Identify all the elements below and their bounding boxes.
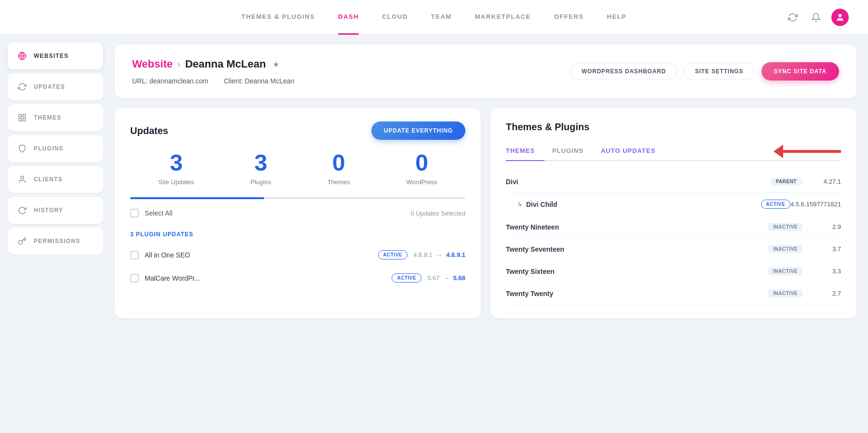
client-meta: Client: Deanna McLean: [224, 77, 294, 85]
svg-point-7: [21, 176, 24, 179]
notification-icon[interactable]: [808, 10, 824, 25]
theme-badge-twenty-nineteen: INACTIVE: [768, 223, 802, 231]
nav-right: [785, 9, 849, 26]
globe-icon: [17, 51, 27, 61]
theme-row-twenty-seventeen: Twenty Seventeen INACTIVE 3.7: [506, 238, 841, 260]
nav-offers[interactable]: OFFERS: [554, 0, 584, 34]
themes-plugins-tabs: THEMES PLUGINS AUTO UPDATES: [506, 142, 841, 161]
theme-version-twenty-sixteen: 3.3: [802, 268, 841, 275]
sidebar-item-clients[interactable]: CLIENTS: [8, 166, 103, 193]
nav-team[interactable]: TEAM: [431, 0, 452, 34]
sidebar-item-plugins[interactable]: PLUGINS: [8, 135, 103, 162]
progress-fill: [130, 197, 264, 199]
version-arrow-0: →: [436, 251, 445, 258]
theme-version-twenty-seventeen: 3.7: [802, 245, 841, 253]
stat-site-updates: 3 Site Updates: [158, 151, 194, 186]
svg-rect-3: [19, 114, 21, 117]
tab-auto-updates[interactable]: AUTO UPDATES: [601, 142, 665, 160]
arrow-head: [773, 145, 783, 158]
red-arrow-indicator: [774, 145, 841, 158]
theme-badge-twenty-sixteen: INACTIVE: [768, 267, 802, 275]
tab-themes[interactable]: THEMES: [506, 142, 544, 160]
updates-panel-header: Updates UPDATE EVERYTHING: [130, 122, 465, 140]
nav-marketplace[interactable]: MARKETPLACE: [475, 0, 531, 34]
sidebar-label-permissions: PERMISSIONS: [34, 238, 81, 244]
themes-plugins-title: Themes & Plugins: [506, 122, 841, 133]
theme-name-twenty-nineteen: Twenty Nineteen: [506, 223, 768, 231]
wordpress-dashboard-button[interactable]: WORDPRESS DASHBOARD: [570, 63, 677, 80]
user-avatar[interactable]: [831, 9, 849, 26]
sync-site-data-button[interactable]: SYNC SITE DATA: [761, 62, 839, 81]
refresh-icon[interactable]: [785, 10, 800, 25]
updates-title: Updates: [130, 125, 168, 136]
sidebar-item-themes[interactable]: THEMES: [8, 104, 103, 131]
stat-label-plugins: Plugins: [251, 178, 271, 186]
svg-point-0: [839, 14, 841, 17]
plugin-badge-0: ACTIVE: [378, 250, 408, 259]
version-arrow-1: →: [443, 274, 451, 282]
progress-bar: [130, 197, 465, 199]
svg-rect-5: [23, 119, 26, 121]
select-all-checkbox[interactable]: [130, 209, 139, 217]
select-all-label[interactable]: Select All: [145, 209, 173, 217]
stat-wordpress: 0 WordPress: [407, 151, 437, 186]
nav-themes-plugins[interactable]: THEMES & PLUGINS: [242, 0, 315, 34]
theme-version-divi: 4.27.1: [802, 178, 841, 185]
svg-rect-6: [19, 119, 21, 121]
stats-row: 3 Site Updates 3 Plugins 0 Themes 0 Word…: [130, 151, 465, 186]
stat-label-site-updates: Site Updates: [158, 178, 194, 186]
sidebar-item-permissions[interactable]: PERMISSIONS: [8, 228, 103, 255]
themes-icon: [17, 113, 27, 122]
plugin-row-0: All in One SEO ACTIVE 4.6.8.1 → 4.6.9.1: [130, 244, 465, 267]
plugin-updates-section-label: 3 PLUGIN UPDATES: [130, 231, 465, 238]
nav-links: THEMES & PLUGINS DASH CLOUD TEAM MARKETP…: [242, 0, 627, 34]
divi-child-name: Divi Child: [526, 201, 557, 208]
sidebar-item-updates[interactable]: UPDATES: [8, 73, 103, 100]
client-value: Deanna McLean: [245, 77, 295, 85]
nav-help[interactable]: HELP: [607, 0, 627, 34]
theme-row-twenty-twenty: Twenty Twenty INACTIVE 2.7: [506, 283, 841, 305]
tab-plugins[interactable]: PLUGINS: [552, 142, 593, 160]
favorite-star-icon[interactable]: ★: [272, 60, 279, 69]
stat-number-site-updates: 3: [158, 151, 194, 175]
content-area: Website › Deanna McLean ★ URL: deannamcl…: [111, 35, 868, 409]
theme-row-twenty-sixteen: Twenty Sixteen INACTIVE 3.3: [506, 260, 841, 283]
theme-name-divi-child: ↳ Divi Child: [506, 201, 761, 208]
permissions-icon: [17, 236, 27, 246]
theme-row-divi: Divi PARENT 4.27.1: [506, 171, 841, 193]
stat-label-themes: Themes: [327, 178, 350, 186]
theme-badge-divi: PARENT: [770, 177, 802, 186]
sidebar-label-clients: CLIENTS: [34, 176, 63, 183]
page-header: Website › Deanna McLean ★ URL: deannamcl…: [115, 44, 856, 98]
select-all-left: Select All: [130, 209, 173, 217]
version-to-0: 4.6.9.1: [446, 251, 465, 258]
site-settings-button[interactable]: SITE SETTINGS: [684, 63, 754, 80]
nav-dash[interactable]: DASH: [338, 0, 359, 34]
version-from-0: 4.6.8.1: [413, 251, 433, 258]
update-everything-button[interactable]: UPDATE EVERYTHING: [371, 122, 465, 140]
page-meta: URL: deannamclean.com Client: Deanna McL…: [132, 77, 294, 85]
plugin-badge-1: ACTIVE: [392, 273, 421, 283]
main-layout: WEBSITES UPDATES THEMES: [0, 35, 868, 409]
url-label: URL:: [132, 77, 148, 85]
client-label: Client:: [224, 77, 243, 85]
url-value: deannamclean.com: [149, 77, 208, 85]
nav-cloud[interactable]: CLOUD: [382, 0, 408, 34]
theme-name-divi: Divi: [506, 178, 770, 186]
sidebar-item-websites[interactable]: WEBSITES: [8, 42, 103, 69]
sidebar-item-history[interactable]: HISTORY: [8, 197, 103, 224]
page-header-left: Website › Deanna McLean ★ URL: deannamcl…: [132, 58, 294, 85]
breadcrumb-website[interactable]: Website: [132, 58, 173, 70]
sidebar-label-websites: WEBSITES: [34, 53, 68, 59]
plugin-name-0: All in One SEO: [145, 251, 372, 259]
plugin-version-1: 5.67 → 5.68: [427, 274, 465, 282]
plugin-checkbox-1[interactable]: [130, 274, 139, 283]
theme-version-divi-child: 4.5.6.1597771821: [790, 201, 841, 208]
updates-count: 0 Updates Selected: [411, 210, 465, 217]
breadcrumb-current-page: Deanna McLean: [185, 58, 266, 70]
updates-icon: [17, 82, 27, 92]
stat-number-plugins: 3: [251, 151, 271, 175]
arrow-shaft: [783, 150, 841, 153]
plugin-checkbox-0[interactable]: [130, 251, 139, 259]
breadcrumb-separator: ›: [177, 59, 180, 69]
